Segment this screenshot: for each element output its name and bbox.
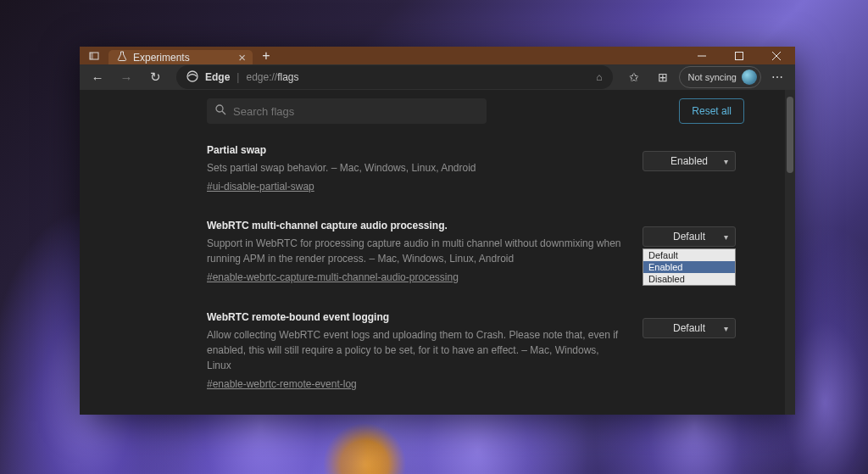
profile-sync-button[interactable]: Not syncing [679,66,761,88]
scrollbar-thumb[interactable] [787,97,793,173]
back-button[interactable]: ← [85,64,110,90]
maximize-button[interactable] [721,47,758,64]
flag-title: WebRTC remote-bound event logging [207,309,626,325]
tab-experiments[interactable]: Experiments × [108,50,253,64]
flags-list: Partial swap Sets partial swap behavior.… [80,132,795,415]
collections-icon[interactable]: ⊞ [650,64,676,90]
reset-all-button[interactable]: Reset all [679,98,744,124]
toolbar: ← → ↻ Edge | edge://flags ⌂ ✩ ⊞ Not sync… [80,64,795,90]
search-icon [215,103,226,119]
new-tab-button[interactable]: + [253,47,280,64]
favorites-icon[interactable]: ✩ [621,64,647,90]
search-box[interactable] [207,98,487,124]
tab-actions-icon[interactable] [80,47,108,64]
svg-rect-3 [736,52,743,59]
flag-anchor-link[interactable]: #ui-disable-partial-swap [207,181,314,192]
flag-row: WebRTC multi-channel capture audio proce… [207,218,744,286]
titlebar[interactable]: Experiments × + [80,47,795,64]
page-content: Reset all Partial swap Sets partial swap… [80,90,795,415]
tab-title: Experiments [133,52,190,64]
avatar-icon [742,70,757,85]
search-input[interactable] [233,105,478,118]
forward-button: → [114,64,139,90]
flag-title: WebRTC multi-channel capture audio proce… [207,218,626,233]
flag-select[interactable]: Default [643,226,736,247]
flag-anchor-link[interactable]: #enable-webrtc-remote-event-log [207,378,357,390]
more-menu-icon[interactable]: ⋯ [765,64,790,90]
site-info-icon[interactable]: ⌂ [596,71,602,83]
flag-select[interactable]: Enabled [643,151,736,171]
flask-icon [117,51,127,64]
flag-anchor-link[interactable]: #enable-webrtc-capture-multi-channel-aud… [207,271,459,283]
flag-title: Partial swap [207,142,626,158]
edge-logo-icon [186,70,198,85]
sync-label: Not syncing [688,72,737,82]
address-separator: | [236,71,239,83]
address-product-label: Edge [205,71,230,83]
flag-description: Allow collecting WebRTC event logs and u… [207,327,626,373]
refresh-button[interactable]: ↻ [142,64,168,90]
flag-select-dropdown[interactable]: Default Enabled Disabled [643,248,736,286]
address-url: edge://flags [246,71,298,83]
titlebar-drag-area[interactable] [280,47,683,64]
svg-rect-1 [90,53,93,59]
dropdown-option-disabled[interactable]: Disabled [643,273,735,285]
tab-close-icon[interactable]: × [238,50,246,64]
flag-row: WebRTC remote-bound event logging Allow … [207,309,744,392]
close-window-button[interactable] [758,47,795,64]
svg-line-8 [222,111,225,114]
address-bar[interactable]: Edge | edge://flags ⌂ [176,65,613,89]
dropdown-option-enabled[interactable]: Enabled [643,261,735,273]
svg-point-7 [216,105,223,112]
flag-row: Partial swap Sets partial swap behavior.… [207,142,744,194]
flag-description: Sets partial swap behavior. – Mac, Windo… [207,160,626,176]
browser-window: Experiments × + ← → ↻ Edge | edge://flag… [80,47,795,415]
flag-select[interactable]: Default [643,318,736,338]
dropdown-option-default[interactable]: Default [643,249,735,261]
minimize-button[interactable] [683,47,721,64]
flag-description: Support in WebRTC for processing capture… [207,236,626,266]
scrollbar[interactable] [785,90,795,415]
